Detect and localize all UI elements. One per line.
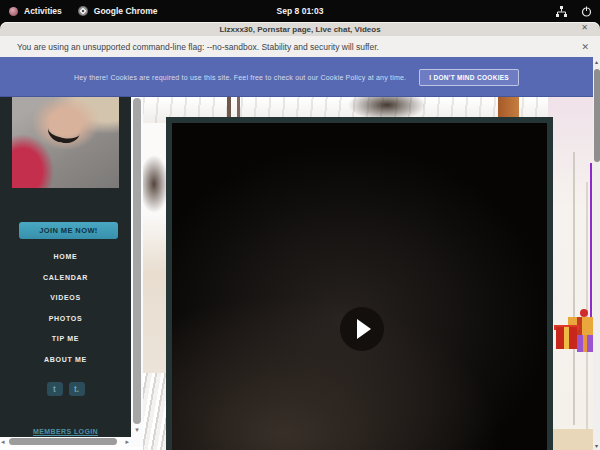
gift-red-shape: [556, 327, 577, 349]
scroll-down-arrow-icon[interactable]: ▾: [131, 426, 143, 434]
sidebar-item-calendar[interactable]: CALENDAR: [0, 268, 131, 289]
chrome-icon: [78, 6, 88, 16]
page-scrollbar-thumb[interactable]: [594, 69, 600, 162]
horizontal-scrollbar-thumb[interactable]: [9, 438, 117, 445]
app-menu-label: Google Chrome: [94, 6, 158, 16]
scroll-up-arrow-icon[interactable]: ▴: [593, 58, 600, 65]
app-menu[interactable]: Google Chrome: [78, 6, 158, 16]
sidebar-item-photos[interactable]: PHOTOS: [0, 309, 131, 330]
activities-button[interactable]: Activities: [9, 6, 62, 16]
purple-accent-line: [590, 163, 592, 323]
window-title: Lizxxx30, Pornstar page, Live chat, Vide…: [219, 25, 380, 34]
gift-purple-shape: [577, 335, 593, 352]
white-door: [548, 97, 593, 450]
infobar-close-icon[interactable]: ✕: [581, 42, 589, 52]
play-button[interactable]: [340, 307, 384, 351]
sidebar-horizontal-scrollbar[interactable]: ◂ ▸: [0, 437, 131, 447]
social-links: t t.: [0, 382, 131, 396]
activities-dot-icon: [9, 7, 18, 16]
crinkled-fabric: [143, 373, 167, 450]
browser-title-bar: Lizxxx30, Pornstar page, Live chat, Vide…: [0, 22, 600, 36]
profile-photo: [12, 97, 119, 188]
join-me-now-button[interactable]: JOIN ME NOW!: [19, 222, 118, 239]
window-close-icon[interactable]: ✕: [581, 23, 588, 32]
power-icon[interactable]: [581, 6, 592, 17]
infobar-message: You are using an unsupported command-lin…: [17, 42, 379, 52]
sidebar-nav: HOME CALENDAR VIDEOS PHOTOS TIP ME ABOUT…: [0, 247, 131, 370]
network-icon[interactable]: [555, 6, 568, 17]
sidebar-item-home[interactable]: HOME: [0, 247, 131, 268]
play-icon: [357, 319, 371, 339]
gifts-icon[interactable]: [555, 307, 595, 367]
sandbox-warning-infobar: You are using an unsupported command-lin…: [0, 36, 600, 57]
cookie-message: Hey there! Cookies are required to use t…: [74, 74, 406, 81]
scroll-left-arrow-icon[interactable]: ◂: [1, 437, 5, 447]
web-page: Hey there! Cookies are required to use t…: [0, 57, 600, 450]
sidebar-scrollbar[interactable]: ▾: [131, 97, 143, 447]
sidebar-item-videos[interactable]: VIDEOS: [0, 288, 131, 309]
necklace-shape: [46, 116, 82, 145]
bed-linens: [143, 123, 167, 450]
system-top-bar: Activities Google Chrome Sep 8 01:03: [0, 0, 600, 22]
sidebar-scrollbar-thumb[interactable]: [133, 98, 141, 424]
members-login-link[interactable]: MEMBERS LOGIN: [0, 428, 131, 435]
sidebar-item-about-me[interactable]: ABOUT ME: [0, 350, 131, 371]
scroll-right-arrow-icon[interactable]: ▸: [125, 437, 129, 447]
door-frame-line: [573, 152, 575, 425]
tumblr-icon[interactable]: t.: [69, 382, 85, 396]
scroll-down-arrow-icon[interactable]: ▾: [593, 442, 600, 449]
twitter-icon[interactable]: t: [47, 382, 63, 396]
activities-label: Activities: [24, 6, 62, 16]
cookie-accept-button[interactable]: I DON'T MIND COOKIES: [419, 69, 519, 86]
video-player[interactable]: [166, 117, 553, 450]
cookie-banner: Hey there! Cookies are required to use t…: [0, 57, 593, 97]
sidebar-item-tip-me[interactable]: TIP ME: [0, 329, 131, 350]
floor: [553, 429, 593, 450]
page-scrollbar[interactable]: ▴ ▾: [593, 57, 600, 450]
clock[interactable]: Sep 8 01:03: [277, 6, 324, 16]
gift-ball-shape: [580, 309, 588, 317]
sidebar: JOIN ME NOW! HOME CALENDAR VIDEOS PHOTOS…: [0, 97, 131, 437]
